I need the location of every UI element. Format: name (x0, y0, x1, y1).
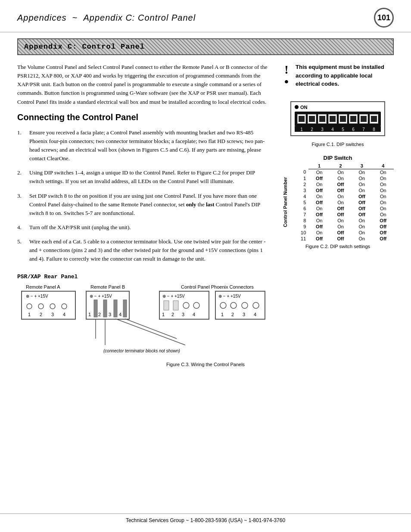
dip-table-row: 8OnOnOnOff (290, 218, 394, 224)
dip-table-row: 1OffOnOnOn (290, 175, 394, 181)
dip-table-row: 6OnOffOffOn (290, 205, 394, 212)
svg-rect-18 (123, 300, 127, 317)
dip-cell: Off (351, 212, 372, 218)
dip-cell: On (308, 205, 330, 212)
appendix-bar-title: Appendix C: Control Panel (24, 43, 145, 51)
svg-text:1: 1 (221, 312, 224, 317)
svg-text:1: 1 (28, 312, 31, 317)
svg-text:Remote Panel A: Remote Panel A (26, 284, 60, 289)
fig-c1-container: ON 1 2 3 (282, 101, 394, 147)
svg-rect-15 (94, 300, 97, 317)
svg-text:4: 4 (193, 312, 195, 317)
svg-text:3: 3 (243, 312, 245, 317)
fig-c2-caption: Figure C.2. DIP switch settings (282, 244, 394, 249)
step-4-text: Turn off the XAP/PSR unit (unplug the un… (29, 223, 131, 232)
dip-cell: On (330, 199, 351, 205)
fig-c3-area: PSR/XAP Rear Panel Remote Panel A Remote… (17, 274, 394, 367)
step-3-num: 3. (17, 192, 25, 218)
dip-num-2: 2 (308, 127, 316, 132)
page: Appendices ~ Appendix C: Control Panel 1… (0, 0, 411, 532)
warning-text: This equipment must be installed accordi… (296, 63, 394, 88)
dip-cell: Off (373, 230, 394, 236)
svg-point-27 (183, 302, 189, 308)
dip-switch-2 (308, 114, 316, 124)
rear-panel-title: PSR/XAP Rear Panel (17, 274, 394, 280)
dip-cell: On (330, 169, 351, 175)
svg-text:2: 2 (40, 312, 42, 317)
dip-cell: On (373, 205, 394, 212)
dip-cell: Off (308, 187, 330, 193)
svg-text:1: 1 (88, 312, 91, 317)
dip-table-row: 2OnOffOnOn (290, 181, 394, 187)
dip-row-num: 7 (290, 212, 308, 218)
step-4-num: 4. (17, 223, 25, 232)
dip-col-header-2: 2 (330, 163, 351, 169)
dip-cell: On (330, 175, 351, 181)
dip-cell: On (308, 218, 330, 224)
dip-table-row: 7OffOffOffOn (290, 212, 394, 218)
svg-point-36 (230, 302, 237, 308)
dip-row-num: 10 (290, 230, 308, 236)
svg-text:4: 4 (119, 312, 121, 317)
dip-row-num: 6 (290, 205, 308, 212)
warning-box: !• This equipment must be installed acco… (282, 63, 394, 88)
page-number: 101 (374, 8, 394, 28)
dip-on-label: ON (295, 105, 381, 110)
dip-col-header-empty (290, 163, 308, 169)
dip-row-num: 3 (290, 187, 308, 193)
dip-row-num: 4 (290, 193, 308, 199)
dip-row-num: 2 (290, 181, 308, 187)
svg-rect-16 (103, 300, 107, 317)
svg-text:⊕ − + +15V: ⊕ − + +15V (26, 294, 48, 299)
svg-text:Control Panel Phoenix Connecto: Control Panel Phoenix Connectors (181, 284, 254, 289)
dip-row-num: 1 (290, 175, 308, 181)
svg-text:(connector terminator blocks n: (connector terminator blocks not shown) (103, 348, 180, 353)
fig-c3-svg: Remote Panel A Remote Panel B Control Pa… (17, 283, 392, 360)
dip-cell: Off (373, 236, 394, 242)
dip-col-header-3: 3 (351, 163, 372, 169)
dip-switches-row (295, 112, 381, 126)
svg-text:4: 4 (63, 312, 65, 317)
intro-paragraph: The Volume Control Panel and Select Cont… (17, 63, 270, 106)
svg-text:2: 2 (98, 312, 101, 317)
dip-table-row: 4OnOnOffOn (290, 193, 394, 199)
dip-numbers-row: 1 2 3 4 5 6 7 8 (295, 126, 381, 132)
dip-col-header-1: 1 (308, 163, 330, 169)
dip-cell: On (351, 187, 372, 193)
dip-cell: On (351, 236, 372, 242)
steps-list: 1. Ensure you received a facia plate; a … (17, 128, 270, 264)
dip-switch-7 (359, 114, 368, 124)
dip-table-row: 0OnOnOnOn (290, 169, 394, 175)
footer: Technical Services Group ~ 1-800-283-593… (0, 513, 411, 523)
dip-switch-table: 1 2 3 4 0OnOnOnOn1OffOnOnOn2OnOffOnOn3Of… (290, 163, 394, 242)
footer-text: Technical Services Group ~ 1-800-283-593… (126, 517, 285, 523)
dip-num-7: 7 (359, 127, 368, 132)
svg-text:4: 4 (254, 312, 256, 317)
dip-cell: On (330, 224, 351, 230)
svg-text:3: 3 (182, 312, 184, 317)
fig-c1-caption: Figure C.1. DIP switches (312, 142, 364, 147)
dip-row-num: 0 (290, 169, 308, 175)
svg-line-46 (125, 319, 177, 339)
header-subtitle: Appendix C: Control Panel (83, 13, 196, 22)
svg-text:⊕ − + +15V: ⊕ − + +15V (162, 294, 185, 299)
svg-point-6 (38, 304, 44, 309)
dip-on-text: ON (300, 105, 308, 110)
dip-cell: Off (308, 236, 330, 242)
dip-cell: Off (330, 230, 351, 236)
dip-switch-6 (349, 114, 358, 124)
svg-point-38 (253, 302, 259, 308)
dip-cell: Off (330, 187, 351, 193)
dip-cell: On (308, 181, 330, 187)
dip-cell: On (373, 187, 394, 193)
step-2: 2. Using DIP switches 1–4, assign a uniq… (17, 168, 270, 186)
step-3-text: Set DIP switch 8 to the on position if y… (29, 192, 270, 218)
dip-cell: On (351, 181, 372, 187)
fig-c3-caption: Figure C.3. Wiring the Control Panels (17, 362, 394, 367)
dip-cell: On (373, 169, 394, 175)
dip-cell: Off (351, 199, 372, 205)
step-2-num: 2. (17, 168, 25, 186)
dip-table-wrapper: Control Panel Number 1 2 3 4 (282, 163, 394, 242)
header-appendices: Appendices (17, 13, 67, 22)
dip-table-row: 3OffOffOnOn (290, 187, 394, 193)
